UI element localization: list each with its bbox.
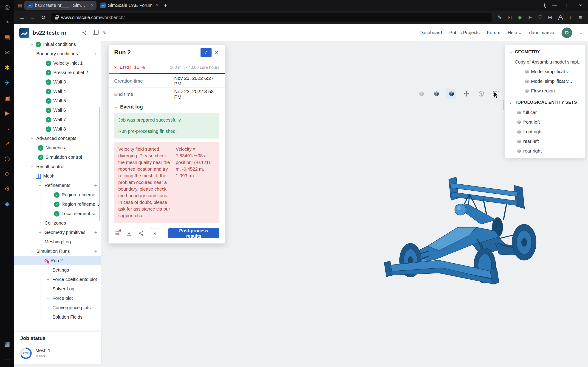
expand-toggle-icon[interactable]: + bbox=[45, 296, 51, 301]
geometry-item-model-1[interactable]: Model simplificat v... bbox=[505, 67, 585, 76]
view-cube-2-button[interactable] bbox=[431, 89, 441, 99]
expand-toggle-icon[interactable]: + bbox=[45, 277, 51, 282]
collapse-toggle-icon[interactable]: − bbox=[509, 59, 515, 65]
tree-item-force-coefficients-plot[interactable]: +Force coefficients plot bbox=[14, 275, 101, 284]
expand-toggle-icon[interactable]: + bbox=[37, 221, 43, 226]
car-3d-model[interactable] bbox=[383, 171, 536, 287]
sticker-app-icon[interactable]: ✱ bbox=[3, 63, 11, 72]
tree-item-solver-log[interactable]: Solver Log bbox=[14, 284, 101, 294]
entity-item-rear-right[interactable]: rear right bbox=[505, 146, 585, 156]
security-shield-icon[interactable]: ◆ bbox=[515, 13, 524, 22]
tree-item-run-settings[interactable]: +Settings bbox=[14, 265, 101, 275]
tree-item-velocity-inlet-1[interactable]: ✓Velocity inlet 1 bbox=[14, 58, 101, 68]
calculator-app-icon[interactable]: ▦ bbox=[3, 340, 11, 348]
app-menu-icon[interactable]: ≡ bbox=[576, 13, 585, 22]
analytics-app-icon[interactable]: ↗ bbox=[3, 139, 11, 148]
geometry-root-item[interactable]: − Copy of Ansamblu model simpl... bbox=[505, 57, 585, 67]
collapse-toggle-icon[interactable]: − bbox=[29, 174, 35, 179]
tab-simscale-forum[interactable]: SimScale CAE Forum × bbox=[97, 1, 161, 10]
security-app-icon[interactable]: ◆ bbox=[3, 200, 11, 208]
close-panel-button[interactable]: × bbox=[212, 48, 222, 57]
more-apps-icon[interactable]: ⋯ bbox=[3, 355, 11, 363]
tree-item-run-2[interactable]: − ⚙ Run 2 bbox=[14, 256, 101, 265]
account-icon[interactable] bbox=[556, 13, 565, 22]
account-chevron-down-icon[interactable]: ⌄ bbox=[579, 30, 583, 35]
nav-public-projects[interactable]: Public Projects bbox=[449, 30, 480, 35]
tree-item-numerics[interactable]: ✓ Numerics bbox=[14, 143, 101, 152]
video-app-icon[interactable]: ▶ bbox=[3, 109, 11, 117]
expand-toggle-icon[interactable]: + bbox=[37, 230, 43, 235]
avatar[interactable]: D bbox=[562, 27, 572, 38]
tree-item-pressure-outlet-2[interactable]: ✓Pressure outlet 2 bbox=[14, 68, 101, 77]
toolbox-app-icon[interactable]: ▤ bbox=[3, 33, 11, 42]
tree-item-wall-5[interactable]: ✓Wall 5 bbox=[14, 96, 101, 106]
history-app-icon[interactable]: ◷ bbox=[3, 154, 11, 163]
minimize-window-button[interactable]: — bbox=[551, 3, 558, 8]
copy-project-icon[interactable] bbox=[93, 31, 96, 35]
back-button[interactable]: ← bbox=[17, 13, 27, 22]
tree-item-wall-8[interactable]: ✓Wall 8 bbox=[14, 124, 101, 134]
tree-item-wall-3[interactable]: ✓Wall 3 bbox=[14, 77, 101, 87]
share-project-icon[interactable] bbox=[82, 30, 87, 35]
panel-drag-handle[interactable] bbox=[503, 100, 504, 110]
tree-item-wall-4[interactable]: ✓Wall 4 bbox=[14, 87, 101, 96]
favorites-heart-icon[interactable]: ♡ bbox=[536, 13, 544, 22]
nav-forum[interactable]: Forum bbox=[487, 30, 500, 35]
tree-item-wall-6[interactable]: ✓Wall 6 bbox=[14, 106, 101, 115]
tab-simscale-workbench[interactable]: bs22 teste nr___ | SimScale × bbox=[24, 1, 96, 10]
nav-dashboard[interactable]: Dashboard bbox=[419, 30, 442, 35]
cube-outline-button[interactable] bbox=[476, 89, 486, 99]
tab-close-icon[interactable]: × bbox=[91, 3, 94, 8]
mail-app-icon[interactable]: ✉ bbox=[3, 48, 11, 57]
add-refinement-button[interactable]: + bbox=[94, 183, 97, 189]
instagram-app-icon[interactable]: ▣ bbox=[3, 94, 11, 102]
geometry-item-flow-region[interactable]: Flow region bbox=[505, 86, 585, 96]
tree-item-boundary-conditions[interactable]: − Boundary conditions + bbox=[14, 49, 101, 58]
tree-item-force-plot[interactable]: +Force plot bbox=[14, 294, 101, 303]
tree-item-result-control[interactable]: + Result control bbox=[14, 162, 101, 171]
tree-item-wall-7[interactable]: ✓Wall 7 bbox=[14, 115, 101, 124]
collapse-toggle-icon[interactable]: − bbox=[29, 51, 35, 56]
edit-bookmark-icon[interactable]: ✎ bbox=[495, 13, 504, 22]
send-tab-icon[interactable]: ➤ bbox=[526, 13, 534, 22]
event-log-header[interactable]: ⌄ Event log bbox=[109, 101, 225, 113]
tree-item-advanced-concepts[interactable]: + Advanced concepts bbox=[14, 134, 101, 143]
geometry-item-model-2[interactable]: Model simplificat v... bbox=[505, 76, 585, 86]
rename-project-icon[interactable]: ✎ bbox=[102, 30, 106, 35]
entity-item-front-left[interactable]: front left bbox=[505, 117, 585, 127]
expand-toggle-icon[interactable]: + bbox=[45, 305, 51, 310]
expand-toggle-icon[interactable]: + bbox=[29, 136, 35, 141]
confirm-button[interactable]: ✓ bbox=[200, 48, 212, 57]
share-results-icon[interactable] bbox=[138, 230, 144, 236]
tree-item-mesh[interactable]: − Mesh bbox=[14, 171, 101, 181]
close-window-button[interactable]: × bbox=[577, 3, 584, 8]
clock-app-icon[interactable]: ◔ bbox=[3, 18, 11, 27]
entity-item-full-car[interactable]: full car bbox=[505, 108, 585, 117]
tree-item-geometry-primitives[interactable]: + Geometry primitives + bbox=[14, 228, 101, 237]
forward-button[interactable]: → bbox=[28, 13, 37, 22]
event-list-icon[interactable] bbox=[114, 230, 120, 236]
maximize-window-button[interactable]: □ bbox=[564, 3, 571, 8]
send-app-icon[interactable]: → bbox=[3, 124, 11, 133]
tree-item-region-refinement-2[interactable]: ✓Region refineme... bbox=[14, 200, 101, 209]
new-tab-button[interactable]: + bbox=[162, 1, 170, 9]
telegram-app-icon[interactable]: ✈ bbox=[3, 78, 11, 87]
tree-item-initial-conditions[interactable]: + ✓ Initial conditions bbox=[14, 41, 101, 49]
nav-help[interactable]: Help ⌄ bbox=[508, 30, 522, 35]
tab-close-icon[interactable]: × bbox=[156, 3, 158, 8]
expand-toggle-icon[interactable]: + bbox=[45, 268, 51, 273]
settings-app-icon[interactable]: ⚙ bbox=[3, 184, 11, 193]
tree-item-solution-fields[interactable]: Solution Fields bbox=[14, 312, 101, 322]
url-bar[interactable]: www.simscale.com/workbench/ bbox=[52, 13, 492, 22]
move-tool-button[interactable] bbox=[461, 89, 471, 99]
tab-overview-icon[interactable]: ▦ bbox=[16, 1, 24, 9]
tree-item-region-refinement-1[interactable]: ✓Region refineme... bbox=[14, 190, 101, 200]
tree-item-local-element-size[interactable]: ✓Local element si... bbox=[14, 209, 101, 218]
app-launcher-icon[interactable]: ◎ bbox=[3, 3, 11, 11]
search-icon[interactable] bbox=[544, 3, 545, 7]
add-simulation-run-button[interactable]: + bbox=[94, 248, 97, 254]
job-status-item[interactable]: 70% Mesh 1 Mesh bbox=[14, 344, 101, 359]
simscale-logo[interactable] bbox=[19, 28, 29, 38]
tree-item-simulation-control[interactable]: ✓ Simulation control bbox=[14, 152, 101, 162]
reload-button[interactable]: ↻ bbox=[39, 13, 48, 22]
